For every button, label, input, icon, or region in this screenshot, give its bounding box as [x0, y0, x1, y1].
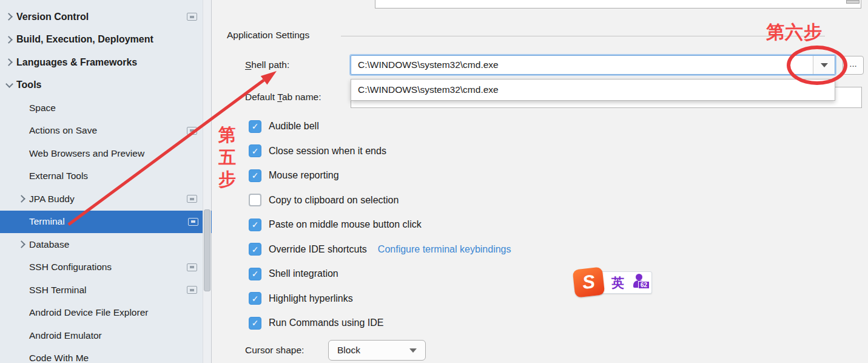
chevron-down-icon — [409, 348, 417, 353]
user-badge: 62 — [638, 281, 650, 289]
sidebar-scrollbar-thumb[interactable] — [204, 209, 210, 291]
step6-annotation: 第六步 — [766, 20, 823, 45]
cursor-shape-select[interactable]: Block — [328, 340, 426, 361]
sogou-logo-icon[interactable]: S — [573, 267, 605, 298]
sidebar-scrollbar-track[interactable] — [203, 0, 211, 363]
checkbox-run-commands-using-ide[interactable]: ✓ — [249, 317, 261, 330]
dropdown-item[interactable]: C:\WINDOWS\system32\cmd.exe — [351, 80, 835, 100]
settings-page-icon — [187, 286, 197, 294]
sidebar-item-ssh-configurations[interactable]: SSH Configurations — [0, 256, 203, 279]
checkbox-mouse-reporting[interactable]: ✓ — [249, 169, 261, 182]
settings-tree: Version ControlBuild, Execution, Deploym… — [0, 5, 203, 363]
sidebar-item-label: External Tools — [29, 171, 88, 182]
shell-path-value[interactable]: C:\WINDOWS\system32\cmd.exe — [358, 56, 499, 74]
sidebar-item-label: Space — [29, 103, 56, 114]
checkbox-highlight-hyperlinks[interactable]: ✓ — [249, 292, 261, 305]
chevron-spacer — [17, 103, 27, 113]
checkbox-override-ide-shortcuts[interactable]: ✓ — [249, 243, 261, 256]
sidebar-item-database[interactable]: Database — [0, 233, 203, 256]
checkbox-shell-integration[interactable]: ✓ — [249, 268, 261, 280]
checkbox-label[interactable]: Mouse reporting — [269, 170, 339, 181]
sidebar-item-label: JPA Buddy — [29, 194, 75, 205]
group-title: Application Settings — [227, 30, 309, 41]
checkbox-audible-bell[interactable]: ✓ — [249, 120, 261, 133]
sidebar-item-label: Android Device File Explorer — [29, 307, 148, 318]
sidebar-item-build-execution-deployment[interactable]: Build, Execution, Deployment — [0, 29, 203, 52]
checkbox-label[interactable]: Highlight hyperlinks — [269, 293, 353, 304]
step5-annotation: 第五步 — [218, 124, 239, 191]
checkbox-label[interactable]: Paste on middle mouse button click — [269, 219, 422, 230]
sidebar-item-external-tools[interactable]: External Tools — [0, 165, 203, 188]
sidebar-item-label: Tools — [16, 80, 41, 90]
sidebar-item-label: Terminal — [29, 216, 65, 227]
sidebar-item-version-control[interactable]: Version Control — [0, 5, 203, 29]
settings-tree-sidebar: Version ControlBuild, Execution, Deploym… — [0, 0, 212, 363]
settings-page-icon — [188, 218, 198, 226]
checkbox-row-run-commands-using-ide: ✓Run Commands using IDE — [249, 311, 383, 336]
checkbox-row-highlight-hyperlinks: ✓Highlight hyperlinks — [249, 286, 353, 311]
chevron-spacer — [17, 217, 27, 226]
checkbox-label[interactable]: Close session when it ends — [269, 146, 386, 157]
chevron-spacer — [17, 353, 27, 363]
chevron-spacer — [17, 149, 27, 158]
configure-terminal-keybindings-link[interactable]: Configure terminal keybindings — [378, 244, 511, 255]
sidebar-item-android-emulator[interactable]: Android Emulator — [0, 324, 203, 347]
checkbox-row-shell-integration: ✓Shell integration — [249, 262, 338, 287]
sidebar-item-label: Database — [29, 239, 69, 250]
sidebar-item-web-browsers-and-preview[interactable]: Web Browsers and Preview — [0, 142, 203, 165]
shell-path-combobox[interactable]: C:\WINDOWS\system32\cmd.exe — [351, 55, 835, 75]
sidebar-item-label: SSH Terminal — [29, 285, 86, 296]
group-separator-line — [341, 36, 825, 36]
chevron-down-icon[interactable] — [4, 80, 15, 90]
settings-page-icon — [187, 13, 197, 21]
cursor-shape-label: Cursor shape: — [245, 345, 304, 356]
checkbox-label[interactable]: Audible bell — [269, 121, 319, 132]
checkbox-label[interactable]: Shell integration — [269, 268, 338, 279]
red-circle-annotation — [787, 46, 847, 85]
cursor-shape-value: Block — [337, 341, 360, 360]
checkbox-row-copy-to-clipboard-on-selection: Copy to clipboard on selection — [249, 188, 399, 212]
chevron-spacer — [17, 262, 27, 272]
user-icon-head — [636, 274, 642, 280]
chevron-right-icon[interactable] — [17, 194, 27, 204]
chevron-right-icon[interactable] — [17, 240, 27, 249]
checkbox-label[interactable]: Override IDE shortcuts — [269, 244, 367, 255]
chevron-spacer — [17, 171, 27, 181]
checkbox-row-mouse-reporting: ✓Mouse reporting — [249, 163, 339, 188]
sidebar-item-space[interactable]: Space — [0, 97, 203, 120]
chevron-spacer — [17, 308, 27, 317]
sidebar-item-label: Code With Me — [29, 353, 89, 363]
checkbox-close-session-when-it-ends[interactable]: ✓ — [249, 144, 261, 157]
shell-path-label: Shell path: — [245, 59, 289, 70]
checkbox-label[interactable]: Run Commands using IDE — [269, 317, 383, 328]
settings-page-icon — [187, 195, 197, 203]
shell-path-dropdown-popup: C:\WINDOWS\system32\cmd.exe — [351, 79, 835, 101]
checkbox-paste-on-middle-mouse-button-click[interactable]: ✓ — [249, 219, 261, 231]
sidebar-item-actions-on-save[interactable]: Actions on Save — [0, 120, 203, 143]
ime-language-mode[interactable]: 英 — [611, 274, 624, 291]
checkbox-row-audible-bell: ✓Audible bell — [249, 114, 319, 139]
checkbox-label[interactable]: Copy to clipboard on selection — [269, 195, 399, 206]
chevron-spacer — [17, 285, 27, 295]
truncated-top-field[interactable] — [375, 0, 861, 8]
top-field-widget — [846, 0, 860, 4]
checkbox-row-override-ide-shortcuts: ✓Override IDE shortcutsConfigure termina… — [249, 237, 511, 262]
sidebar-item-jpa-buddy[interactable]: JPA Buddy — [0, 188, 203, 211]
chevron-right-icon[interactable] — [4, 35, 15, 44]
user-account-icon[interactable]: 62 — [633, 274, 650, 291]
settings-page-icon — [187, 127, 197, 135]
checkbox-copy-to-clipboard-on-selection[interactable] — [249, 194, 261, 206]
sidebar-item-ssh-terminal[interactable]: SSH Terminal — [0, 279, 203, 302]
sidebar-item-code-with-me[interactable]: Code With Me — [0, 347, 203, 363]
sidebar-item-languages-frameworks[interactable]: Languages & Frameworks — [0, 51, 203, 74]
chevron-spacer — [17, 331, 27, 341]
sidebar-item-label: Android Emulator — [29, 330, 102, 341]
chevron-right-icon[interactable] — [4, 12, 15, 22]
checkbox-row-close-session-when-it-ends: ✓Close session when it ends — [249, 138, 386, 163]
chevron-right-icon[interactable] — [4, 58, 15, 67]
sidebar-item-terminal[interactable]: Terminal — [0, 211, 212, 234]
sidebar-item-label: Build, Execution, Deployment — [16, 34, 153, 45]
settings-page-icon — [187, 263, 197, 271]
sidebar-item-android-device-file-explorer[interactable]: Android Device File Explorer — [0, 302, 203, 325]
sidebar-item-tools[interactable]: Tools — [0, 74, 203, 97]
